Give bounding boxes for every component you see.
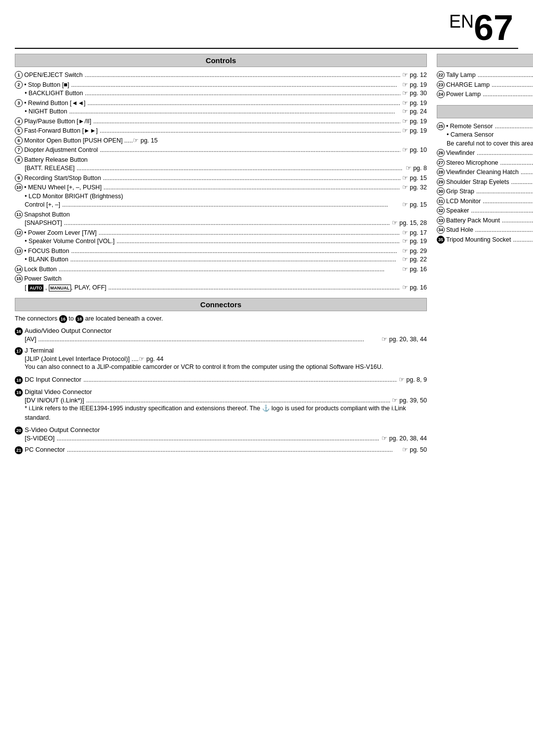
page-ref: ☞ pg. 16 (402, 284, 427, 292)
page-ref: ☞ pg. 44 (139, 355, 163, 362)
list-item: 31 LCD Monitor ☞ pg. 15, 16 (437, 197, 533, 206)
item-text: Stud Hole (446, 226, 473, 235)
item-number: 21 (15, 446, 23, 454)
item-number: 32 (437, 207, 445, 215)
list-item: 26 Viewfinder ☞ pg. 10 (437, 149, 533, 158)
item-text: Stereo Microphone (446, 159, 498, 168)
item-text: Shoulder Strap Eyelets (446, 178, 509, 187)
page-ref: ☞ pg. 50 (402, 446, 427, 453)
list-item: 4 Play/Pause Button [►/II] ☞ pg. 19 (15, 117, 427, 126)
item-text: • Rewind Button [◄◄] (24, 99, 85, 108)
connector-title: J Terminal (25, 347, 54, 354)
list-item: 6 Monitor Open Button [PUSH OPEN] ..... … (15, 137, 427, 145)
item-number: 8 (15, 156, 23, 164)
page-ref: ☞ pg. 24 (402, 108, 427, 116)
connectors-intro: The connectors 16 to 18 are located bene… (15, 315, 427, 323)
item-sub-text: [ AUTO , MANUAL, PLAY, OFF] (25, 284, 107, 292)
dots (86, 396, 389, 404)
item-number: 5 (15, 127, 23, 135)
page-ref: ☞ pg. 12 (402, 71, 427, 80)
list-item: 34 Stud Hole ☞ pg. 10 (437, 226, 533, 235)
item-sub-text: [SNAPSHOT] (25, 219, 62, 228)
page-ref: ☞ pg. 10 (402, 146, 427, 155)
page-ref: ☞ pg. 15 (402, 174, 427, 183)
dots (521, 168, 533, 177)
dots (104, 183, 400, 192)
item-number: 19 (15, 389, 23, 396)
item-number: 9 (15, 174, 23, 182)
connector-item: 18 DC Input Connector ☞ pg. 8, 9 (15, 376, 427, 384)
connectors-section: The connectors 16 to 18 are located bene… (15, 315, 427, 454)
item-number: 4 (15, 117, 23, 125)
item-number: 2 (15, 81, 23, 89)
connector-title: S-Video Output Connector (25, 426, 100, 433)
page-ref: ☞ pg. 19 (402, 99, 427, 108)
dots (100, 127, 400, 136)
dots (38, 335, 380, 343)
connector-item: 16 Audio/Video Output Connector [AV] ☞ p… (15, 327, 427, 343)
connector-extra: * i.Link refers to the IEEE1394-1995 ind… (25, 404, 427, 423)
item-text: Power Switch (24, 275, 62, 284)
right-column: Indicators 22 Tally Lamp ☞ pg. 15, 34 23… (437, 54, 533, 458)
item-text: Power Lamp (446, 90, 481, 99)
item-text: Tripod Mounting Socket (446, 236, 511, 245)
controls-list: 1 OPEN/EJECT Switch ☞ pg. 12 2 • Stop Bu… (15, 71, 427, 292)
list-item: 9 Recording Start/Stop Button ☞ pg. 15 (15, 174, 427, 183)
dots (71, 81, 400, 90)
dots (478, 71, 533, 80)
dots (483, 90, 533, 99)
dots (471, 207, 533, 216)
list-item: 1 OPEN/EJECT Switch ☞ pg. 12 (15, 71, 427, 80)
list-item: 30 Grip Strap ☞ pg. 10 (437, 187, 533, 196)
page-ref: ☞ pg. 20, 38, 44 (381, 434, 427, 442)
item-text: Tally Lamp (446, 71, 476, 80)
item-text: Fast-Forward Button [►►] (24, 127, 98, 136)
connector-detail: [JLIP (Joint Level Interface Protocol)] … (25, 355, 139, 362)
other-parts-header: Other Parts (437, 105, 533, 118)
dots (513, 236, 533, 245)
list-item: 24 Power Lamp ☞ pg. 15, 16 (437, 90, 533, 99)
list-item: 32 Speaker ☞ pg. 19 (437, 207, 533, 216)
item-number: 33 (437, 216, 445, 224)
item-number: 15 (15, 275, 23, 283)
page-ref: ☞ pg. 32 (402, 183, 427, 192)
item-text: Viewfinder (446, 149, 475, 158)
item-number: 35 (437, 236, 445, 244)
list-item: 13 • FOCUS Button ☞ pg. 29 • BLANK Butto… (15, 247, 427, 264)
connector-item: 19 Digital Video Connector [DV IN/OUT (i… (15, 388, 427, 423)
dots (62, 201, 400, 210)
dots (67, 446, 400, 453)
list-item: 22 Tally Lamp ☞ pg. 15, 34 (437, 71, 533, 80)
item-text: Speaker (446, 207, 469, 216)
item-number: 20 (15, 427, 23, 434)
item-sub-block: • Camera Sensor Be careful not to cover … (447, 131, 533, 148)
item-sub-text: • Speaker Volume Control [VOL.] (25, 237, 114, 246)
item-text: • FOCUS Button (24, 247, 69, 256)
list-item: 27 Stereo Microphone ☞ pg. 48 (437, 159, 533, 168)
list-item: 7 Diopter Adjustment Control ☞ pg. 10 (15, 146, 427, 155)
page-ref: ☞ pg. 29 (402, 247, 427, 256)
page-ref: ☞ pg. 19 (402, 81, 427, 90)
connector-detail: [S-VIDEO] (25, 434, 55, 442)
item-number: 22 (437, 71, 445, 79)
item-number: 18 (15, 376, 23, 384)
item-text: Viewfinder Cleaning Hatch (446, 168, 519, 177)
item-sub-text: • LCD Monitor BRIGHT (Brightness) (25, 193, 123, 200)
left-column: Controls 1 OPEN/EJECT Switch ☞ pg. 12 2 … (15, 54, 427, 458)
connector-detail: [AV] (25, 335, 37, 343)
list-item: 3 • Rewind Button [◄◄] ☞ pg. 19 • NIGHT … (15, 99, 427, 116)
item-text: • Power Zoom Lever [T/W] (24, 229, 97, 238)
connector-extra: You can also connect to a JLIP-compatibl… (25, 362, 427, 372)
item-number: 6 (15, 137, 23, 144)
dots (85, 89, 400, 98)
item-text: • MENU Wheel [+, –, PUSH] (24, 183, 102, 192)
list-item: 35 Tripod Mounting Socket ☞ pg. 10 (437, 236, 533, 245)
page-ref: ☞ pg. 15 (133, 137, 157, 145)
connector-title: Digital Video Connector (25, 388, 92, 396)
list-item: 11 Snapshot Button [SNAPSHOT] ☞ pg. 15, … (15, 211, 427, 228)
item-text: Battery Pack Mount (446, 216, 500, 225)
page-header: EN67 (15, 10, 518, 49)
item-text: Play/Pause Button [►/II] (24, 117, 91, 126)
item-number: 25 (437, 122, 445, 130)
item-number: 30 (437, 187, 445, 195)
